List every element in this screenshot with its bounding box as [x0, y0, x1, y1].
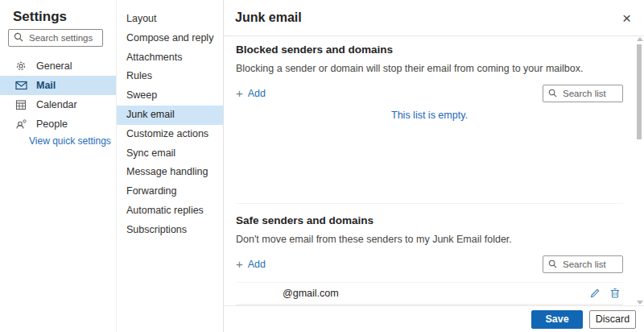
category-item-forwarding[interactable]: Forwarding [117, 182, 223, 201]
pencil-icon [590, 288, 601, 301]
safe-search-list-box[interactable] [543, 255, 623, 273]
mail-settings-categories: Layout Compose and reply Attachments Rul… [116, 0, 223, 332]
category-item-sweep[interactable]: Sweep [117, 86, 223, 106]
blocked-senders-heading: Blocked senders and domains [236, 36, 623, 56]
sidebar-item-label: Mail [36, 80, 56, 91]
panel-footer: Save Discard [224, 305, 644, 332]
category-item-sync-email[interactable]: Sync email [117, 144, 223, 164]
search-icon [14, 31, 23, 45]
blocked-senders-section: Blocked senders and domains Blocking a s… [224, 36, 644, 204]
safe-search-list-input[interactable] [561, 259, 617, 270]
sidebar-nav: General Mail Calendar People [0, 56, 116, 134]
scrollbar[interactable] [636, 37, 642, 305]
blocked-senders-description: Blocking a sender or domain will stop th… [236, 63, 623, 74]
category-item-message-handling[interactable]: Message handling [117, 163, 223, 182]
search-icon [548, 86, 557, 101]
category-item-attachments[interactable]: Attachments [117, 48, 223, 68]
category-item-customize-actions[interactable]: Customize actions [117, 125, 223, 144]
safe-senders-description: Don't move email from these senders to m… [236, 234, 623, 245]
sidebar-item-mail[interactable]: Mail [0, 76, 116, 95]
category-item-compose-and-reply[interactable]: Compose and reply [117, 29, 223, 48]
scrollbar-thumb[interactable] [637, 44, 642, 139]
plus-icon: + [236, 259, 243, 269]
panel-body: Blocked senders and domains Blocking a s… [224, 36, 644, 306]
blocked-search-list-box[interactable] [543, 85, 623, 102]
panel-title: Junk email [235, 10, 302, 25]
sidebar-item-general[interactable]: General [0, 56, 116, 76]
settings-window: Settings General Mail [0, 0, 644, 332]
blocked-add-button[interactable]: + Add [236, 88, 266, 99]
safe-senders-section: Safe senders and domains Don't move emai… [224, 204, 644, 306]
category-item-rules[interactable]: Rules [117, 67, 223, 86]
close-button[interactable]: × [621, 10, 633, 26]
category-item-automatic-replies[interactable]: Automatic replies [117, 201, 223, 221]
panel-header: Junk email × [224, 0, 644, 36]
view-quick-settings-link[interactable]: View quick settings [29, 135, 111, 147]
safe-add-button[interactable]: + Add [236, 259, 266, 270]
search-icon [548, 257, 557, 272]
trash-icon [610, 288, 620, 301]
category-item-junk-email[interactable]: Junk email [117, 106, 223, 125]
sidebar-item-label: General [36, 60, 72, 72]
junk-email-panel: Junk email × Blocked senders and domains… [223, 0, 644, 332]
blocked-search-list-input[interactable] [561, 88, 617, 99]
settings-sidebar: Settings General Mail [0, 0, 116, 332]
scroll-down-arrow-icon[interactable] [637, 301, 643, 305]
safe-senders-heading: Safe senders and domains [236, 204, 623, 226]
settings-search-box[interactable] [8, 29, 103, 47]
gear-icon [14, 60, 27, 73]
calendar-icon [14, 98, 27, 111]
safe-senders-list: @gmail.com [236, 282, 623, 306]
add-label: Add [248, 88, 266, 99]
delete-button[interactable] [610, 288, 620, 299]
list-item[interactable]: @gmail.com [236, 282, 623, 305]
mail-icon [14, 79, 27, 92]
plus-icon: + [236, 89, 243, 98]
blocked-empty-message: This list is empty. [236, 110, 623, 121]
settings-search-input[interactable] [27, 32, 97, 44]
sidebar-item-label: Calendar [36, 99, 77, 110]
settings-title: Settings [13, 9, 116, 25]
edit-button[interactable] [590, 288, 601, 299]
category-item-subscriptions[interactable]: Subscriptions [117, 221, 223, 240]
people-icon [14, 118, 27, 131]
discard-button[interactable]: Discard [589, 310, 636, 329]
sidebar-item-people[interactable]: People [0, 114, 116, 134]
scroll-up-arrow-icon[interactable] [637, 37, 643, 41]
sidebar-item-label: People [36, 118, 68, 130]
save-button[interactable]: Save [531, 310, 583, 329]
safe-sender-address: @gmail.com [283, 288, 339, 299]
category-item-layout[interactable]: Layout [117, 10, 223, 29]
sidebar-item-calendar[interactable]: Calendar [0, 95, 116, 114]
add-label: Add [248, 259, 266, 270]
